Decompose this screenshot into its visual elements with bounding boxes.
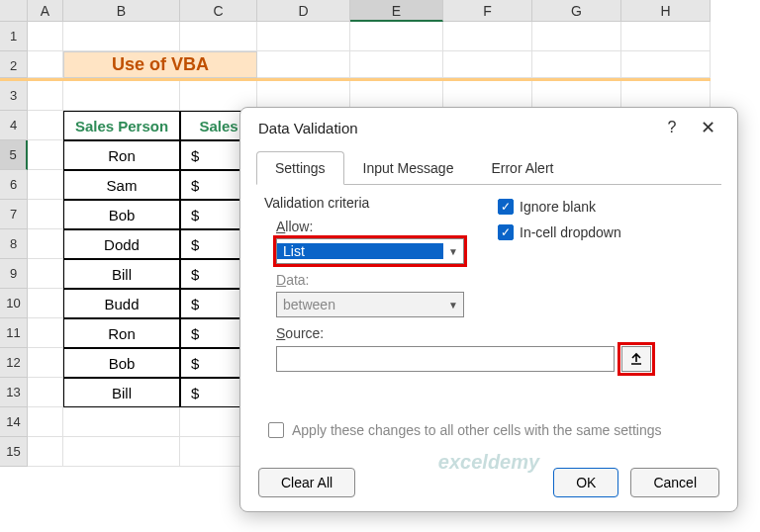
cell-B10[interactable]: Budd bbox=[63, 289, 180, 318]
cell-A9[interactable] bbox=[28, 259, 63, 289]
allow-label: Allow: bbox=[276, 219, 713, 234]
row-header-6[interactable]: 6 bbox=[0, 170, 28, 200]
source-label: Source: bbox=[276, 325, 713, 341]
cell-B4[interactable]: Sales Person bbox=[63, 111, 180, 140]
cell-B9[interactable]: Bill bbox=[63, 259, 180, 289]
row-header-9[interactable]: 9 bbox=[0, 259, 28, 289]
cell-E1[interactable] bbox=[350, 22, 443, 51]
cell-D2[interactable] bbox=[257, 51, 350, 78]
data-label: Data: bbox=[276, 272, 713, 288]
cell-H1[interactable] bbox=[621, 22, 711, 51]
cell-A14[interactable] bbox=[28, 407, 63, 437]
close-button[interactable]: ✕ bbox=[690, 117, 725, 138]
cell-F2[interactable] bbox=[443, 51, 532, 78]
cell-B12[interactable]: Bob bbox=[63, 348, 180, 378]
help-button[interactable]: ? bbox=[654, 119, 690, 136]
cell-A6[interactable] bbox=[28, 170, 63, 200]
cell-A3[interactable] bbox=[28, 81, 63, 111]
cell-A15[interactable] bbox=[28, 437, 63, 467]
cell-A5[interactable] bbox=[28, 140, 63, 170]
col-header-H[interactable]: H bbox=[621, 0, 711, 22]
tab-input-message[interactable]: Input Message bbox=[344, 151, 473, 185]
row-header-12[interactable]: 12 bbox=[0, 348, 28, 378]
row-header-1[interactable]: 1 bbox=[0, 22, 28, 51]
row-header-3[interactable]: 3 bbox=[0, 81, 28, 111]
cell-A10[interactable] bbox=[28, 289, 63, 318]
dialog-tabs: SettingsInput MessageError Alert bbox=[240, 147, 737, 185]
validation-legend: Validation criteria bbox=[264, 195, 713, 211]
cell-B7[interactable]: Bob bbox=[63, 200, 180, 229]
cancel-button[interactable]: Cancel bbox=[630, 468, 719, 497]
cell-A11[interactable] bbox=[28, 318, 63, 348]
row-header-7[interactable]: 7 bbox=[0, 200, 28, 229]
row-header-2[interactable]: 2 bbox=[0, 51, 28, 78]
col-header-G[interactable]: G bbox=[532, 0, 621, 22]
cell-B15[interactable] bbox=[63, 437, 180, 467]
cell-B8[interactable]: Dodd bbox=[63, 229, 180, 259]
col-header-C[interactable]: C bbox=[180, 0, 257, 22]
cell-B13[interactable]: Bill bbox=[63, 378, 180, 407]
row-header-10[interactable]: 10 bbox=[0, 289, 28, 318]
row-header-8[interactable]: 8 bbox=[0, 229, 28, 259]
row-header-15[interactable]: 15 bbox=[0, 437, 28, 467]
cell-E2[interactable] bbox=[350, 51, 443, 78]
cell-A7[interactable] bbox=[28, 200, 63, 229]
cell-D1[interactable] bbox=[257, 22, 350, 51]
row-header-4[interactable]: 4 bbox=[0, 111, 28, 140]
cell-C1[interactable] bbox=[180, 22, 257, 51]
chevron-down-icon: ▼ bbox=[443, 300, 463, 310]
cell-B2[interactable]: Use of VBA bbox=[63, 51, 257, 78]
col-header-B[interactable]: B bbox=[63, 0, 180, 22]
dialog-title: Data Validation bbox=[258, 120, 654, 136]
cell-B5[interactable]: Ron bbox=[63, 140, 180, 170]
row-header-5[interactable]: 5 bbox=[0, 140, 28, 170]
cell-A1[interactable] bbox=[28, 22, 63, 51]
data-dropdown: between ▼ bbox=[276, 292, 464, 317]
check-icon: ✓ bbox=[498, 224, 514, 240]
cell-A13[interactable] bbox=[28, 378, 63, 407]
cell-A8[interactable] bbox=[28, 229, 63, 259]
col-header-E[interactable]: E bbox=[350, 0, 443, 22]
chevron-down-icon: ▼ bbox=[443, 246, 463, 257]
row-header-13[interactable]: 13 bbox=[0, 378, 28, 407]
cell-F1[interactable] bbox=[443, 22, 532, 51]
settings-panel: Validation criteria Allow: List ▼ Data: … bbox=[240, 185, 737, 448]
col-header-F[interactable]: F bbox=[443, 0, 532, 22]
dialog-footer: Clear All OK Cancel bbox=[258, 468, 719, 497]
cell-A2[interactable] bbox=[28, 51, 63, 78]
cell-H2[interactable] bbox=[621, 51, 711, 78]
range-picker-button[interactable] bbox=[621, 346, 651, 372]
checkbox-group: ✓ Ignore blank ✓ In-cell dropdown bbox=[498, 199, 621, 250]
row-header-14[interactable]: 14 bbox=[0, 407, 28, 437]
tab-error-alert[interactable]: Error Alert bbox=[472, 151, 572, 185]
col-header-D[interactable]: D bbox=[257, 0, 350, 22]
ok-button[interactable]: OK bbox=[553, 468, 618, 497]
cell-B1[interactable] bbox=[63, 22, 180, 51]
checkbox-icon bbox=[268, 422, 284, 438]
cell-G1[interactable] bbox=[532, 22, 621, 51]
clear-all-button[interactable]: Clear All bbox=[258, 468, 355, 497]
cell-B6[interactable]: Sam bbox=[63, 170, 180, 200]
check-icon: ✓ bbox=[498, 199, 514, 215]
data-validation-dialog: Data Validation ? ✕ SettingsInput Messag… bbox=[239, 107, 738, 512]
cell-A12[interactable] bbox=[28, 348, 63, 378]
column-header-row: ABCDEFGH bbox=[0, 0, 711, 22]
cell-B3[interactable] bbox=[63, 81, 180, 111]
allow-dropdown[interactable]: List ▼ bbox=[276, 238, 464, 264]
col-header-A[interactable]: A bbox=[28, 0, 63, 22]
collapse-icon bbox=[629, 352, 643, 366]
source-input[interactable] bbox=[276, 346, 615, 372]
dialog-titlebar: Data Validation ? ✕ bbox=[240, 108, 737, 147]
cell-A4[interactable] bbox=[28, 111, 63, 140]
ignore-blank-checkbox[interactable]: ✓ Ignore blank bbox=[498, 199, 621, 215]
incell-dropdown-checkbox[interactable]: ✓ In-cell dropdown bbox=[498, 224, 621, 240]
cell-B11[interactable]: Ron bbox=[63, 318, 180, 348]
row-header-11[interactable]: 11 bbox=[0, 318, 28, 348]
cell-B14[interactable] bbox=[63, 407, 180, 437]
tab-settings[interactable]: Settings bbox=[256, 151, 344, 185]
cell-G2[interactable] bbox=[532, 51, 621, 78]
apply-changes-checkbox: Apply these changes to all other cells w… bbox=[268, 422, 713, 438]
